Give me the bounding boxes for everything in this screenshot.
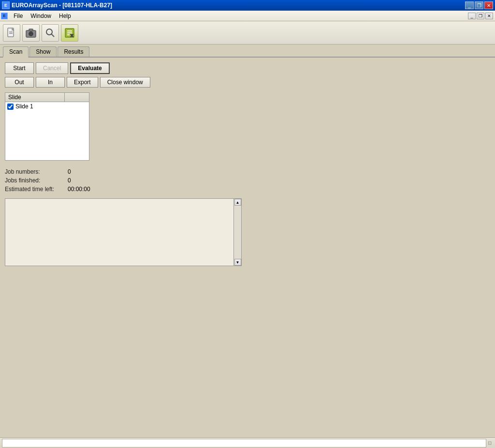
tab-results[interactable]: Results	[58, 46, 89, 57]
slide-row: Slide 1	[5, 102, 89, 111]
evaluate-button[interactable]: Evaluate	[70, 62, 109, 74]
title-bar-controls: _ ❐ ✕	[465, 1, 493, 9]
menu-file[interactable]: File	[10, 12, 27, 20]
menu-app-icon: E	[1, 13, 8, 19]
title-bar-left: E EUROArrayScan - [081107-HLA-B27]	[2, 1, 112, 9]
slide-table-header: Slide	[5, 93, 89, 102]
content-area: Start Cancel Evaluate Out In Export Clos…	[0, 58, 495, 448]
camera-button[interactable]	[22, 24, 40, 42]
job-numbers-label: Job numbers:	[5, 168, 68, 175]
slide-table: Slide Slide 1	[5, 92, 89, 161]
tab-scan[interactable]: Scan	[3, 46, 29, 58]
close-window-button[interactable]: Close window	[100, 77, 150, 88]
new-document-button[interactable]	[3, 24, 20, 42]
estimated-time-value: 00:00:00	[68, 186, 90, 193]
svg-point-7	[46, 29, 52, 35]
toolbar: X	[0, 21, 495, 45]
slide-1-checkbox[interactable]	[7, 104, 14, 110]
cancel-button[interactable]: Cancel	[36, 62, 68, 74]
export-tool-button[interactable]: X	[61, 24, 78, 42]
slide-column-header: Slide	[5, 93, 65, 102]
menu-help[interactable]: Help	[55, 12, 75, 20]
log-content	[5, 199, 233, 266]
search-button[interactable]	[42, 24, 59, 42]
menu-close-button[interactable]: ✕	[485, 13, 493, 19]
button-row-2: Out In Export Close window	[5, 77, 490, 88]
slide-body: Slide 1	[5, 102, 89, 160]
status-text	[2, 439, 486, 448]
menu-restore-button[interactable]: ❐	[477, 13, 484, 19]
log-area[interactable]: ▲ ▼	[5, 198, 242, 266]
in-button[interactable]: In	[36, 77, 65, 88]
app-icon: E	[2, 1, 10, 9]
resize-grip: ⊡	[486, 440, 493, 447]
out-button[interactable]: Out	[5, 77, 34, 88]
start-button[interactable]: Start	[5, 62, 34, 74]
svg-rect-6	[29, 29, 33, 31]
window-title: EUROArrayScan - [081107-HLA-B27]	[12, 2, 112, 9]
slide-extra-header	[65, 93, 89, 102]
button-row-1: Start Cancel Evaluate	[5, 62, 490, 74]
menu-bar-controls: _ ❐ ✕	[468, 13, 494, 19]
menu-minimize-button[interactable]: _	[468, 13, 476, 19]
jobs-finished-value: 0	[68, 177, 71, 184]
jobs-finished-row: Jobs finished: 0	[5, 177, 490, 184]
svg-line-8	[52, 34, 55, 37]
status-bar: ⊡	[0, 437, 495, 448]
log-scrollbar[interactable]: ▲ ▼	[233, 199, 241, 266]
scroll-up-arrow[interactable]: ▲	[234, 199, 241, 206]
job-numbers-value: 0	[68, 168, 71, 175]
menu-bar: E File Window Help _ ❐ ✕	[0, 11, 495, 21]
restore-button[interactable]: ❐	[475, 1, 483, 9]
scroll-down-arrow[interactable]: ▼	[234, 259, 241, 266]
svg-text:X: X	[71, 33, 73, 38]
job-numbers-row: Job numbers: 0	[5, 168, 490, 175]
stats-area: Job numbers: 0 Jobs finished: 0 Estimate…	[5, 168, 490, 193]
jobs-finished-label: Jobs finished:	[5, 177, 68, 184]
title-bar: E EUROArrayScan - [081107-HLA-B27] _ ❐ ✕	[0, 0, 495, 11]
export-button[interactable]: Export	[67, 77, 98, 88]
tab-show[interactable]: Show	[29, 46, 57, 57]
tab-strip: Scan Show Results	[0, 45, 495, 58]
app-window: E EUROArrayScan - [081107-HLA-B27] _ ❐ ✕…	[0, 0, 495, 448]
estimated-time-label: Estimated time left:	[5, 186, 68, 193]
minimize-button[interactable]: _	[465, 1, 474, 9]
close-button[interactable]: ✕	[484, 1, 493, 9]
estimated-time-row: Estimated time left: 00:00:00	[5, 186, 490, 193]
slide-1-label: Slide 1	[15, 103, 33, 110]
svg-point-5	[30, 33, 32, 35]
menu-window[interactable]: Window	[27, 12, 55, 20]
